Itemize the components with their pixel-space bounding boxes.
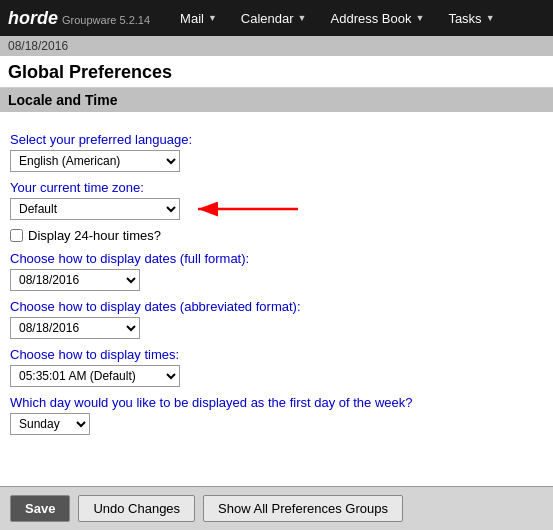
save-button[interactable]: Save — [10, 495, 70, 522]
date-full-label: Choose how to display dates (full format… — [10, 251, 543, 266]
timezone-arrow-indicator — [188, 198, 308, 220]
hour24-row: Display 24-hour times? — [10, 228, 543, 243]
section-header: Locale and Time — [0, 88, 553, 112]
nav-calendar-arrow: ▼ — [298, 13, 307, 23]
nav-address-book-arrow: ▼ — [415, 13, 424, 23]
hour24-checkbox[interactable] — [10, 229, 23, 242]
language-select[interactable]: English (American) English (British) Fra… — [10, 150, 180, 172]
nav-address-book[interactable]: Address Book ▼ — [321, 5, 435, 32]
date-full-select[interactable]: 08/18/2016 18/08/2016 2016-08-18 — [10, 269, 140, 291]
navbar: horde Groupware 5.2.14 Mail ▼ Calendar ▼… — [0, 0, 553, 36]
show-all-button[interactable]: Show All Preferences Groups — [203, 495, 403, 522]
time-row: Choose how to display times: 05:35:01 AM… — [10, 347, 543, 387]
time-label: Choose how to display times: — [10, 347, 543, 362]
timezone-label: Your current time zone: — [10, 180, 543, 195]
hour24-label: Display 24-hour times? — [28, 228, 161, 243]
current-date: 08/18/2016 — [8, 39, 68, 53]
nav-mail-label: Mail — [180, 11, 204, 26]
day-row: Which day would you like to be displayed… — [10, 395, 543, 435]
brand-name: horde — [8, 8, 58, 29]
language-row: Select your preferred language: English … — [10, 132, 543, 172]
day-label: Which day would you like to be displayed… — [10, 395, 543, 410]
nav-address-book-label: Address Book — [331, 11, 412, 26]
undo-button[interactable]: Undo Changes — [78, 495, 195, 522]
button-bar: Save Undo Changes Show All Preferences G… — [0, 486, 553, 530]
timezone-select[interactable]: Default America/New_York America/Chicago… — [10, 198, 180, 220]
nav-tasks[interactable]: Tasks ▼ — [438, 5, 504, 32]
nav-mail-arrow: ▼ — [208, 13, 217, 23]
nav-calendar-label: Calendar — [241, 11, 294, 26]
brand: horde Groupware 5.2.14 — [8, 8, 150, 29]
tz-row: Default America/New_York America/Chicago… — [10, 198, 543, 220]
timezone-row: Your current time zone: Default America/… — [10, 180, 543, 220]
page-title: Global Preferences — [8, 62, 545, 83]
language-label: Select your preferred language: — [10, 132, 543, 147]
nav-tasks-arrow: ▼ — [486, 13, 495, 23]
page-title-area: Global Preferences — [0, 56, 553, 88]
time-select[interactable]: 05:35:01 AM (Default) 05:35:01 5:35 AM — [10, 365, 180, 387]
brand-subtitle: Groupware 5.2.14 — [62, 14, 150, 26]
date-abbr-row: Choose how to display dates (abbreviated… — [10, 299, 543, 339]
date-abbr-select[interactable]: 08/18/2016 18/08/2016 2016-08-18 — [10, 317, 140, 339]
date-abbr-label: Choose how to display dates (abbreviated… — [10, 299, 543, 314]
nav-items: Mail ▼ Calendar ▼ Address Book ▼ Tasks ▼ — [170, 5, 545, 32]
day-select[interactable]: Sunday Monday Saturday — [10, 413, 90, 435]
nav-calendar[interactable]: Calendar ▼ — [231, 5, 317, 32]
nav-mail[interactable]: Mail ▼ — [170, 5, 227, 32]
nav-tasks-label: Tasks — [448, 11, 481, 26]
main-content: Select your preferred language: English … — [0, 122, 553, 453]
datebar: 08/18/2016 — [0, 36, 553, 56]
date-full-row: Choose how to display dates (full format… — [10, 251, 543, 291]
